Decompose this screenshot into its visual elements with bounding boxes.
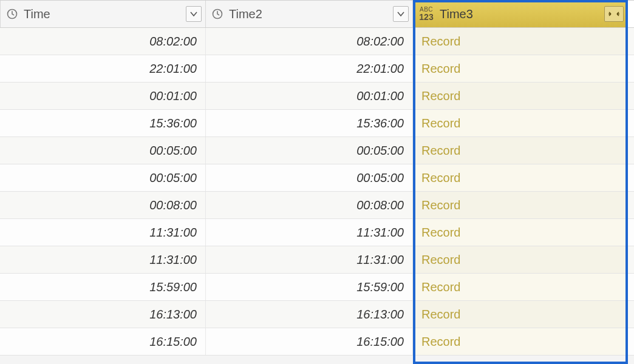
cell-time3-record[interactable]: Record bbox=[413, 274, 628, 300]
cell-time: 16:13:00 bbox=[0, 301, 206, 328]
clock-icon bbox=[211, 7, 224, 21]
column-header-time3[interactable]: ABC 123 Time3 bbox=[413, 1, 628, 27]
expand-record-button[interactable] bbox=[604, 6, 624, 22]
cell-time3-record[interactable]: Record bbox=[413, 110, 628, 136]
column-header-time[interactable]: Time bbox=[0, 1, 206, 27]
cell-time: 00:08:00 bbox=[0, 192, 206, 218]
table-row[interactable]: 22:01:00 22:01:00 Record bbox=[0, 55, 634, 83]
cell-time3-record[interactable]: Record bbox=[413, 219, 628, 246]
cell-time3-record[interactable]: Record bbox=[413, 301, 628, 328]
table-row[interactable]: 00:01:00 00:01:00 Record bbox=[0, 83, 634, 110]
cell-time3-record[interactable]: Record bbox=[413, 28, 628, 55]
power-query-table: { "columns": [ { "key": "time", "label":… bbox=[0, 0, 634, 364]
cell-time2: 08:02:00 bbox=[206, 28, 413, 55]
table-row[interactable]: 00:05:00 00:05:00 Record bbox=[0, 164, 634, 192]
column-filter-button[interactable] bbox=[393, 6, 409, 22]
column-header-label: Time2 bbox=[229, 7, 393, 21]
cell-time: 22:01:00 bbox=[0, 55, 206, 82]
cell-time2: 16:13:00 bbox=[206, 301, 413, 328]
table-row[interactable]: 15:36:00 15:36:00 Record bbox=[0, 110, 634, 137]
cell-time3-record[interactable]: Record bbox=[413, 164, 628, 191]
cell-time2: 15:59:00 bbox=[206, 274, 413, 300]
cell-time: 11:31:00 bbox=[0, 246, 206, 273]
cell-time: 11:31:00 bbox=[0, 219, 206, 246]
header-row: Time Time2 ABC 123 Time3 bbox=[0, 0, 634, 28]
table-row[interactable]: 00:08:00 00:08:00 Record bbox=[0, 192, 634, 219]
cell-time3-record[interactable]: Record bbox=[413, 192, 628, 218]
cell-time2: 11:31:00 bbox=[206, 246, 413, 273]
cell-time2: 00:01:00 bbox=[206, 83, 413, 109]
cell-time: 15:36:00 bbox=[0, 110, 206, 136]
cell-time3-record[interactable]: Record bbox=[413, 328, 628, 355]
column-header-label: Time3 bbox=[440, 7, 604, 21]
cell-time: 00:01:00 bbox=[0, 83, 206, 109]
table-row[interactable]: 00:05:00 00:05:00 Record bbox=[0, 137, 634, 164]
table-row[interactable]: 08:02:00 08:02:00 Record bbox=[0, 28, 634, 55]
cell-time2: 00:05:00 bbox=[206, 137, 413, 164]
cell-time3-record[interactable]: Record bbox=[413, 246, 628, 273]
table-row[interactable]: 16:15:00 16:15:00 Record bbox=[0, 328, 634, 356]
cell-time2: 22:01:00 bbox=[206, 55, 413, 82]
cell-time: 00:05:00 bbox=[0, 164, 206, 191]
cell-time2: 00:08:00 bbox=[206, 192, 413, 218]
table-row[interactable]: 16:13:00 16:13:00 Record bbox=[0, 301, 634, 328]
any-type-icon: ABC 123 bbox=[418, 7, 435, 21]
table-row[interactable]: 11:31:00 11:31:00 Record bbox=[0, 219, 634, 246]
clock-icon bbox=[5, 7, 19, 21]
cell-time2: 00:05:00 bbox=[206, 164, 413, 191]
cell-time3-record[interactable]: Record bbox=[413, 83, 628, 109]
cell-time3-record[interactable]: Record bbox=[413, 137, 628, 164]
cell-time2: 16:15:00 bbox=[206, 328, 413, 355]
cell-time: 15:59:00 bbox=[0, 274, 206, 300]
column-header-time2[interactable]: Time2 bbox=[206, 1, 413, 27]
data-grid: Time Time2 ABC 123 Time3 bbox=[0, 0, 634, 356]
cell-time: 08:02:00 bbox=[0, 28, 206, 55]
cell-time2: 15:36:00 bbox=[206, 110, 413, 136]
cell-time: 16:15:00 bbox=[0, 328, 206, 355]
table-row[interactable]: 11:31:00 11:31:00 Record bbox=[0, 246, 634, 274]
column-filter-button[interactable] bbox=[186, 6, 202, 22]
cell-time3-record[interactable]: Record bbox=[413, 55, 628, 82]
column-header-label: Time bbox=[24, 7, 186, 21]
table-row[interactable]: 15:59:00 15:59:00 Record bbox=[0, 274, 634, 301]
data-rows: 08:02:00 08:02:00 Record 22:01:00 22:01:… bbox=[0, 28, 634, 356]
cell-time2: 11:31:00 bbox=[206, 219, 413, 246]
cell-time: 00:05:00 bbox=[0, 137, 206, 164]
